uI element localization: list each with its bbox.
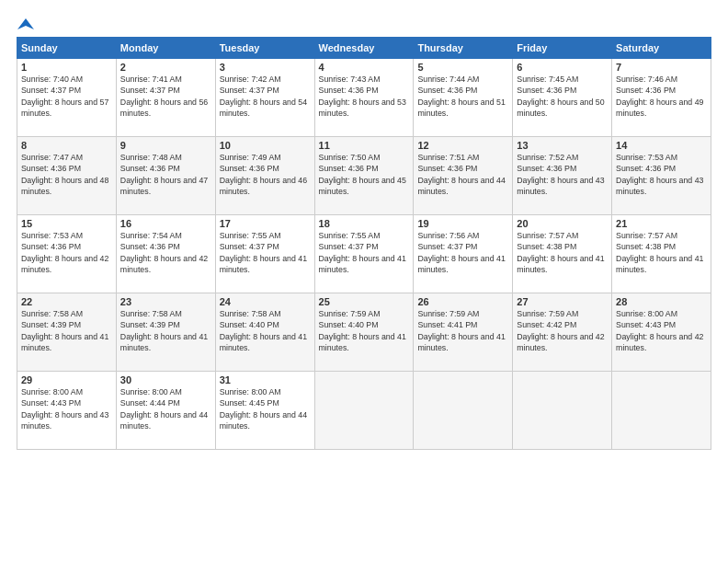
day-number: 31 [220, 374, 311, 385]
calendar-day-cell: 3 Sunrise: 7:42 AMSunset: 4:37 PMDayligh… [215, 59, 314, 137]
day-info: Sunrise: 8:00 AMSunset: 4:43 PMDaylight:… [616, 309, 703, 352]
calendar-day-cell [414, 372, 513, 450]
calendar-day-cell: 15 Sunrise: 7:53 AMSunset: 4:36 PMDaylig… [17, 215, 117, 293]
day-number: 29 [21, 374, 112, 385]
calendar-week-row: 22 Sunrise: 7:58 AMSunset: 4:39 PMDaylig… [17, 293, 711, 372]
calendar-day-cell: 12 Sunrise: 7:51 AMSunset: 4:36 PMDaylig… [414, 137, 513, 215]
day-info: Sunrise: 7:52 AMSunset: 4:36 PMDaylight:… [517, 153, 604, 196]
day-number: 20 [517, 218, 608, 229]
calendar-day-cell: 20 Sunrise: 7:57 AMSunset: 4:38 PMDaylig… [513, 215, 612, 293]
day-info: Sunrise: 7:44 AMSunset: 4:36 PMDaylight:… [417, 75, 505, 118]
logo [17, 17, 35, 29]
day-number: 16 [120, 218, 211, 229]
day-info: Sunrise: 7:53 AMSunset: 4:36 PMDaylight:… [616, 153, 703, 196]
day-info: Sunrise: 7:41 AMSunset: 4:37 PMDaylight:… [120, 75, 208, 118]
day-info: Sunrise: 7:45 AMSunset: 4:36 PMDaylight:… [517, 75, 604, 118]
day-number: 25 [319, 296, 410, 307]
svg-marker-0 [17, 18, 34, 29]
calendar-day-cell: 31 Sunrise: 8:00 AMSunset: 4:45 PMDaylig… [215, 372, 314, 450]
calendar-week-row: 29 Sunrise: 8:00 AMSunset: 4:43 PMDaylig… [17, 372, 711, 450]
weekday-header: Saturday [612, 38, 711, 59]
day-number: 5 [417, 62, 508, 73]
day-info: Sunrise: 7:40 AMSunset: 4:37 PMDaylight:… [21, 75, 108, 118]
weekday-header: Friday [513, 38, 612, 59]
weekday-header: Sunday [17, 38, 117, 59]
day-number: 22 [21, 296, 112, 307]
day-info: Sunrise: 7:51 AMSunset: 4:36 PMDaylight:… [417, 153, 505, 196]
day-info: Sunrise: 7:58 AMSunset: 4:39 PMDaylight:… [21, 309, 108, 352]
calendar-day-cell: 25 Sunrise: 7:59 AMSunset: 4:40 PMDaylig… [314, 293, 414, 372]
day-number: 26 [417, 296, 508, 307]
day-number: 1 [21, 62, 112, 73]
day-info: Sunrise: 7:43 AMSunset: 4:36 PMDaylight:… [319, 75, 406, 118]
day-info: Sunrise: 8:00 AMSunset: 4:43 PMDaylight:… [21, 387, 108, 431]
calendar-day-cell: 4 Sunrise: 7:43 AMSunset: 4:36 PMDayligh… [314, 59, 414, 137]
calendar-day-cell: 11 Sunrise: 7:50 AMSunset: 4:36 PMDaylig… [314, 137, 414, 215]
day-number: 17 [220, 218, 311, 229]
calendar-day-cell: 28 Sunrise: 8:00 AMSunset: 4:43 PMDaylig… [612, 293, 711, 372]
calendar-day-cell: 8 Sunrise: 7:47 AMSunset: 4:36 PMDayligh… [17, 137, 117, 215]
day-info: Sunrise: 7:58 AMSunset: 4:40 PMDaylight:… [220, 309, 307, 352]
day-info: Sunrise: 7:53 AMSunset: 4:36 PMDaylight:… [21, 231, 108, 274]
calendar-day-cell: 10 Sunrise: 7:49 AMSunset: 4:36 PMDaylig… [215, 137, 314, 215]
day-number: 18 [319, 218, 410, 229]
logo-bird-icon [17, 17, 34, 33]
day-number: 24 [220, 296, 311, 307]
calendar-day-cell: 23 Sunrise: 7:58 AMSunset: 4:39 PMDaylig… [116, 293, 215, 372]
day-number: 27 [517, 296, 608, 307]
day-info: Sunrise: 7:58 AMSunset: 4:39 PMDaylight:… [120, 309, 208, 352]
calendar-day-cell: 5 Sunrise: 7:44 AMSunset: 4:36 PMDayligh… [414, 59, 513, 137]
calendar-day-cell: 1 Sunrise: 7:40 AMSunset: 4:37 PMDayligh… [17, 59, 117, 137]
day-number: 21 [616, 218, 707, 229]
calendar-week-row: 1 Sunrise: 7:40 AMSunset: 4:37 PMDayligh… [17, 59, 711, 137]
day-number: 10 [220, 140, 311, 151]
day-number: 8 [21, 140, 112, 151]
calendar-day-cell: 6 Sunrise: 7:45 AMSunset: 4:36 PMDayligh… [513, 59, 612, 137]
calendar-day-cell: 2 Sunrise: 7:41 AMSunset: 4:37 PMDayligh… [116, 59, 215, 137]
page: SundayMondayTuesdayWednesdayThursdayFrid… [0, 0, 728, 563]
day-number: 23 [120, 296, 211, 307]
day-number: 7 [616, 62, 707, 73]
day-info: Sunrise: 7:47 AMSunset: 4:36 PMDaylight:… [21, 153, 108, 196]
header [17, 17, 711, 29]
day-number: 11 [319, 140, 410, 151]
day-info: Sunrise: 7:42 AMSunset: 4:37 PMDaylight:… [220, 75, 307, 118]
day-number: 3 [220, 62, 311, 73]
calendar-day-cell: 19 Sunrise: 7:56 AMSunset: 4:37 PMDaylig… [414, 215, 513, 293]
day-number: 6 [517, 62, 608, 73]
day-info: Sunrise: 7:56 AMSunset: 4:37 PMDaylight:… [417, 231, 505, 274]
calendar-day-cell: 7 Sunrise: 7:46 AMSunset: 4:36 PMDayligh… [612, 59, 711, 137]
calendar-day-cell [314, 372, 414, 450]
day-info: Sunrise: 7:48 AMSunset: 4:36 PMDaylight:… [120, 153, 208, 196]
day-info: Sunrise: 7:54 AMSunset: 4:36 PMDaylight:… [120, 231, 208, 274]
day-info: Sunrise: 7:59 AMSunset: 4:40 PMDaylight:… [319, 309, 406, 352]
day-info: Sunrise: 7:55 AMSunset: 4:37 PMDaylight:… [319, 231, 406, 274]
calendar-day-cell: 17 Sunrise: 7:55 AMSunset: 4:37 PMDaylig… [215, 215, 314, 293]
calendar-day-cell: 21 Sunrise: 7:57 AMSunset: 4:38 PMDaylig… [612, 215, 711, 293]
calendar-day-cell: 27 Sunrise: 7:59 AMSunset: 4:42 PMDaylig… [513, 293, 612, 372]
day-number: 19 [417, 218, 508, 229]
calendar-day-cell: 14 Sunrise: 7:53 AMSunset: 4:36 PMDaylig… [612, 137, 711, 215]
day-info: Sunrise: 7:49 AMSunset: 4:36 PMDaylight:… [220, 153, 307, 196]
calendar-day-cell [612, 372, 711, 450]
calendar-day-cell: 9 Sunrise: 7:48 AMSunset: 4:36 PMDayligh… [116, 137, 215, 215]
day-info: Sunrise: 8:00 AMSunset: 4:45 PMDaylight:… [220, 387, 307, 431]
day-number: 13 [517, 140, 608, 151]
calendar-day-cell [513, 372, 612, 450]
calendar-day-cell: 18 Sunrise: 7:55 AMSunset: 4:37 PMDaylig… [314, 215, 414, 293]
calendar-week-row: 15 Sunrise: 7:53 AMSunset: 4:36 PMDaylig… [17, 215, 711, 293]
calendar-header-row: SundayMondayTuesdayWednesdayThursdayFrid… [17, 38, 711, 59]
day-info: Sunrise: 7:59 AMSunset: 4:41 PMDaylight:… [417, 309, 505, 352]
calendar-day-cell: 26 Sunrise: 7:59 AMSunset: 4:41 PMDaylig… [414, 293, 513, 372]
day-info: Sunrise: 8:00 AMSunset: 4:44 PMDaylight:… [120, 387, 208, 431]
calendar-day-cell: 30 Sunrise: 8:00 AMSunset: 4:44 PMDaylig… [116, 372, 215, 450]
day-number: 4 [319, 62, 410, 73]
day-info: Sunrise: 7:59 AMSunset: 4:42 PMDaylight:… [517, 309, 604, 352]
weekday-header: Tuesday [215, 38, 314, 59]
weekday-header: Thursday [414, 38, 513, 59]
day-number: 30 [120, 374, 211, 385]
day-number: 14 [616, 140, 707, 151]
day-info: Sunrise: 7:46 AMSunset: 4:36 PMDaylight:… [616, 75, 703, 118]
day-info: Sunrise: 7:50 AMSunset: 4:36 PMDaylight:… [319, 153, 406, 196]
calendar-day-cell: 29 Sunrise: 8:00 AMSunset: 4:43 PMDaylig… [17, 372, 117, 450]
